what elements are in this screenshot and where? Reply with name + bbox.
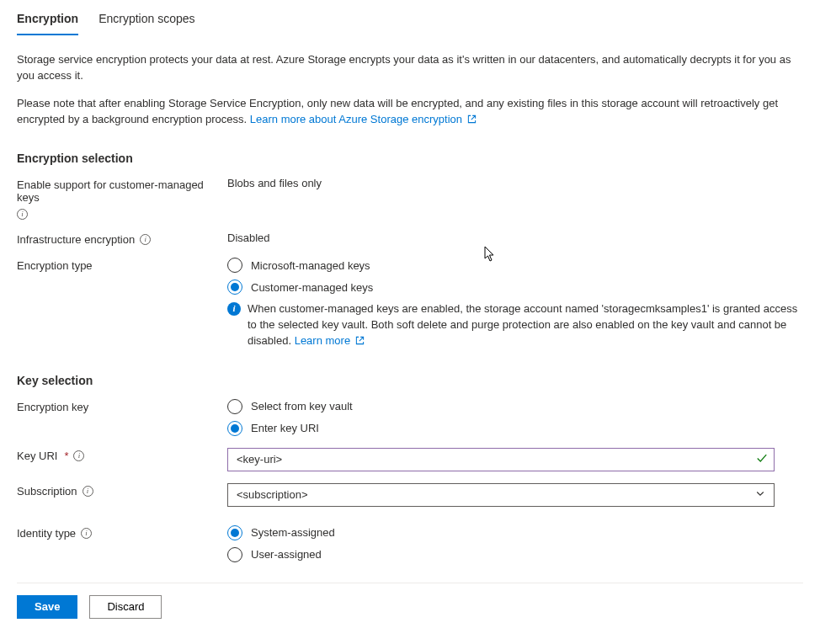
- intro-text: Storage service encryption protects your…: [17, 52, 803, 128]
- radio-enter-key-uri[interactable]: Enter key URI: [227, 421, 803, 436]
- divider: [17, 583, 803, 583]
- label-subscription-text: Subscription: [17, 485, 77, 498]
- radio-label: Customer-managed keys: [251, 281, 373, 294]
- label-encryption-key: Encryption key: [17, 399, 227, 413]
- radio-select-from-key-vault[interactable]: Select from key vault: [227, 399, 803, 414]
- label-key-uri-text: Key URI: [17, 450, 57, 462]
- footer-buttons: Save Discard: [17, 595, 803, 619]
- tab-encryption-scopes[interactable]: Encryption scopes: [99, 12, 194, 35]
- subscription-selected-value: <subscription>: [237, 488, 308, 501]
- radio-label: System-assigned: [251, 526, 335, 539]
- value-cmk-support: Blobs and files only: [227, 177, 803, 189]
- info-icon[interactable]: i: [140, 234, 151, 245]
- learn-more-cmk-link[interactable]: Learn more: [295, 334, 365, 347]
- label-infra-encryption-text: Infrastructure encryption: [17, 233, 135, 246]
- radio-microsoft-managed-keys[interactable]: Microsoft-managed keys: [227, 258, 803, 273]
- tab-strip: Encryption Encryption scopes: [17, 0, 803, 35]
- label-identity-type: Identity type i: [17, 525, 227, 540]
- label-encryption-key-text: Encryption key: [17, 401, 88, 413]
- heading-encryption-selection: Encryption selection: [17, 152, 803, 165]
- radio-label: Enter key URI: [251, 422, 319, 434]
- required-indicator: *: [64, 450, 68, 462]
- value-infra-encryption: Disabled: [227, 232, 803, 244]
- save-button[interactable]: Save: [17, 595, 77, 619]
- external-link-icon: [467, 113, 477, 129]
- learn-more-storage-encryption-link[interactable]: Learn more about Azure Storage encryptio…: [250, 113, 477, 125]
- label-subscription: Subscription i: [17, 483, 227, 498]
- radio-label: Microsoft-managed keys: [251, 259, 370, 272]
- heading-key-selection: Key selection: [17, 374, 803, 387]
- intro-p2: Please note that after enabling Storage …: [17, 96, 803, 129]
- info-badge-icon: i: [227, 302, 241, 316]
- tab-encryption[interactable]: Encryption: [17, 12, 78, 35]
- info-icon[interactable]: i: [81, 528, 92, 539]
- radio-icon: [227, 547, 242, 562]
- radio-group-identity-type: System-assigned User-assigned: [227, 525, 803, 562]
- info-icon[interactable]: i: [17, 209, 28, 220]
- label-cmk-support: Enable support for customer-managed keys…: [17, 177, 227, 220]
- callout-body: When customer-managed keys are enabled, …: [248, 301, 803, 350]
- info-icon[interactable]: i: [83, 486, 93, 497]
- key-uri-input[interactable]: [227, 448, 775, 471]
- discard-button[interactable]: Discard: [89, 595, 162, 619]
- learn-more-link-text: Learn more: [295, 334, 350, 347]
- label-encryption-type: Encryption type: [17, 258, 227, 272]
- external-link-icon: [355, 334, 365, 350]
- label-key-uri: Key URI* i: [17, 448, 227, 462]
- checkmark-icon: [756, 452, 768, 466]
- radio-icon: [227, 399, 242, 414]
- label-encryption-type-text: Encryption type: [17, 259, 93, 272]
- radio-icon: [227, 525, 242, 540]
- cmk-info-callout: i When customer-managed keys are enabled…: [227, 301, 803, 350]
- radio-customer-managed-keys[interactable]: Customer-managed keys: [227, 279, 803, 295]
- info-icon[interactable]: i: [73, 450, 84, 461]
- chevron-down-icon: [755, 488, 765, 501]
- radio-icon: [227, 258, 242, 273]
- radio-system-assigned[interactable]: System-assigned: [227, 525, 803, 540]
- subscription-select[interactable]: <subscription>: [227, 483, 775, 507]
- radio-group-encryption-key: Select from key vault Enter key URI: [227, 399, 803, 436]
- label-identity-type-text: Identity type: [17, 527, 76, 540]
- learn-more-link-text: Learn more about Azure Storage encryptio…: [250, 113, 462, 125]
- radio-group-encryption-type: Microsoft-managed keys Customer-managed …: [227, 258, 803, 295]
- radio-user-assigned[interactable]: User-assigned: [227, 547, 803, 562]
- label-cmk-support-text: Enable support for customer-managed keys: [17, 178, 227, 204]
- radio-icon: [227, 421, 242, 436]
- radio-label: Select from key vault: [251, 400, 353, 412]
- label-infra-encryption: Infrastructure encryption i: [17, 232, 227, 246]
- radio-icon: [227, 279, 242, 295]
- intro-p1: Storage service encryption protects your…: [17, 52, 803, 84]
- radio-label: User-assigned: [251, 548, 322, 561]
